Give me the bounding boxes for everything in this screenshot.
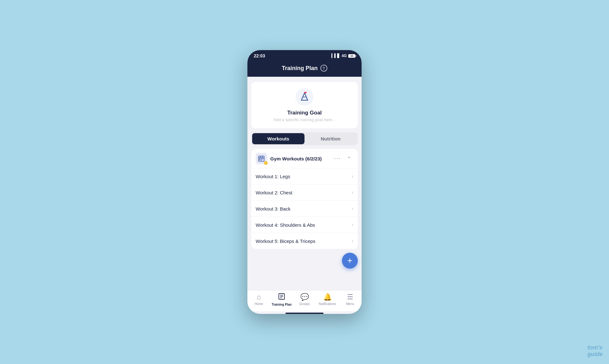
chevron-up-icon: ⌃ (347, 156, 351, 162)
workout-section: Gym Workouts (6/2/23) ⋮ ⌃ Workout 1: Leg… (251, 149, 358, 249)
section-actions: ⋮ ⌃ (333, 154, 353, 163)
workout-chevron-5: › (352, 238, 353, 244)
workout-name-5: Workout 5: Biceps & Triceps (256, 238, 352, 244)
tabs-container: Workouts Nutrition (251, 132, 358, 145)
workout-chevron-4: › (352, 222, 353, 228)
home-icon: ⌂ (257, 293, 261, 301)
goal-icon-wrapper (296, 88, 313, 106)
workout-name-1: Workout 1: Legs (256, 174, 352, 179)
workout-name-4: Workout 4: Shoulders & Abs (256, 222, 352, 228)
goal-icon (299, 91, 310, 103)
header-title: Training Plan (282, 65, 318, 72)
workout-item-2[interactable]: Workout 2: Chest › (251, 185, 358, 201)
network-type: 4G (342, 54, 347, 58)
signal-icon: ▎▍▋ (331, 54, 340, 58)
workout-name-3: Workout 3: Back (256, 206, 352, 211)
collapse-button[interactable]: ⌃ (344, 154, 353, 163)
workout-section-header: Gym Workouts (6/2/23) ⋮ ⌃ (251, 149, 358, 168)
svg-rect-11 (259, 159, 260, 160)
time: 22:03 (254, 53, 265, 58)
notifications-label: Notifications (319, 302, 336, 306)
tab-bar-notifications[interactable]: 🔔 Notifications (316, 293, 339, 306)
goal-subtitle: Add a specific training goal here... (273, 117, 336, 122)
app-header: Training Plan ? (247, 61, 362, 77)
svg-rect-12 (261, 159, 262, 160)
content-scroll: Training Goal Add a specific training go… (247, 77, 362, 290)
more-options-button[interactable]: ⋮ (333, 154, 342, 163)
gym-badge (264, 161, 268, 165)
training-plan-icon (278, 293, 285, 302)
tab-bar-home[interactable]: ⌂ Home (247, 293, 270, 306)
gym-icon (256, 153, 267, 164)
workout-chevron-1: › (352, 173, 353, 179)
svg-rect-10 (262, 158, 263, 159)
tab-nutrition[interactable]: Nutrition (304, 133, 357, 144)
status-bar: 22:03 ▎▍▋ 4G 44 (247, 50, 362, 61)
workout-name-2: Workout 2: Chest (256, 190, 352, 195)
menu-label: Menu (346, 302, 354, 306)
svg-marker-0 (301, 93, 308, 100)
training-plan-label: Training Plan (272, 303, 292, 306)
tab-bar: ⌂ Home Training Plan 💬 Groups 🔔 Notifica… (247, 290, 362, 311)
home-label: Home (255, 302, 263, 306)
workout-chevron-2: › (352, 190, 353, 195)
workout-item-3[interactable]: Workout 3: Back › (251, 201, 358, 217)
three-dots-icon: ⋮ (334, 155, 341, 162)
tab-bar-menu[interactable]: ☰ Menu (339, 293, 362, 306)
workout-item-1[interactable]: Workout 1: Legs › (251, 168, 358, 185)
groups-icon: 💬 (300, 293, 309, 301)
goal-title: Training Goal (287, 110, 322, 116)
svg-rect-2 (304, 92, 306, 93)
svg-rect-9 (261, 158, 262, 159)
status-right: ▎▍▋ 4G 44 (331, 54, 355, 58)
notifications-icon: 🔔 (323, 293, 332, 301)
groups-label: Groups (299, 302, 310, 306)
tab-bar-training-plan[interactable]: Training Plan (270, 293, 293, 306)
svg-rect-8 (259, 158, 260, 159)
add-workout-button[interactable]: + (342, 253, 358, 269)
workout-item-4[interactable]: Workout 4: Shoulders & Abs › (251, 217, 358, 233)
training-goal-card[interactable]: Training Goal Add a specific training go… (251, 82, 358, 128)
workout-item-5[interactable]: Workout 5: Biceps & Triceps › (251, 233, 358, 249)
help-button[interactable]: ? (320, 65, 327, 72)
tab-workouts[interactable]: Workouts (252, 133, 304, 144)
menu-icon: ☰ (347, 293, 353, 301)
workout-chevron-3: › (352, 206, 353, 211)
tab-bar-groups[interactable]: 💬 Groups (293, 293, 316, 306)
battery-icon: 44 (348, 54, 355, 58)
watermark: tom'sguide (587, 344, 603, 358)
section-title: Gym Workouts (6/2/23) (270, 156, 330, 161)
home-indicator (285, 313, 324, 314)
